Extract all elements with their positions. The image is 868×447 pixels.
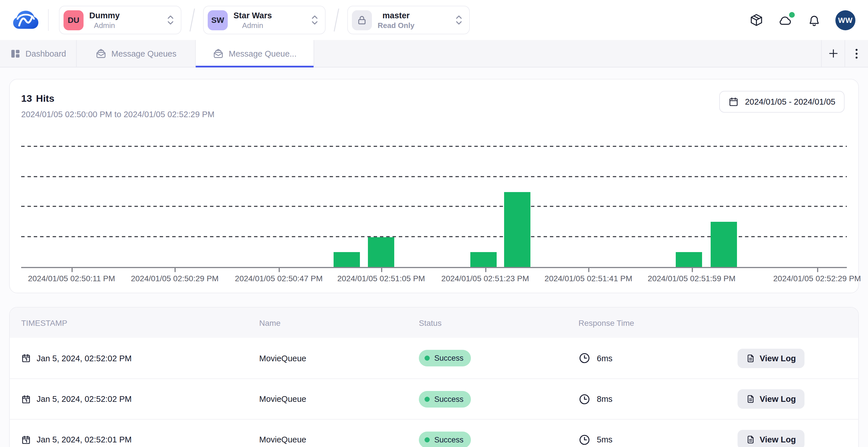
calendar-icon (21, 394, 31, 404)
table-body: Jan 5, 2024, 02:52:02 PM MovieQueue Succ… (10, 338, 858, 447)
document-icon (746, 353, 755, 363)
status-dot-icon (425, 355, 430, 361)
chart-bar (470, 252, 497, 267)
x-tick (485, 268, 486, 272)
x-tick (279, 268, 280, 272)
chevron-updown-icon (167, 14, 174, 26)
table-row: Jan 5, 2024, 02:52:01 PM MovieQueue Succ… (10, 419, 858, 447)
gridline (21, 176, 847, 177)
cloud-icon[interactable] (778, 13, 793, 27)
x-tick-label: 2024/01/05 02:51:23 PM (441, 274, 529, 283)
tab-message-queue-detail[interactable]: Message Queue... (196, 40, 314, 67)
col-header-timestamp: TIMESTAMP (21, 318, 259, 327)
org-name: Dummy (89, 10, 120, 20)
x-tick (175, 268, 176, 272)
status-label: Success (434, 435, 463, 444)
cloud-logo[interactable] (12, 8, 39, 31)
timestamp-cell: Jan 5, 2024, 02:52:02 PM (21, 394, 259, 404)
plus-icon (828, 48, 838, 58)
response-time-value: 6ms (597, 353, 613, 363)
document-icon (746, 435, 755, 444)
branch-access: Read Only (378, 21, 414, 29)
top-header: DU Dummy Admin SW Star Wars Admin (0, 0, 868, 40)
gridline (21, 206, 847, 207)
hits-label: Hits (36, 93, 54, 105)
notification-dot (789, 12, 795, 18)
branch-name: master (378, 10, 414, 20)
header-divider (48, 9, 49, 31)
timestamp-value: Jan 5, 2024, 02:52:01 PM (37, 435, 132, 444)
col-header-response-time: Response Time (579, 318, 847, 327)
table-row: Jan 5, 2024, 02:52:02 PM MovieQueue Succ… (10, 378, 858, 419)
bell-icon[interactable] (807, 13, 821, 27)
view-log-label: View Log (760, 435, 796, 444)
view-log-button[interactable]: View Log (737, 348, 805, 368)
date-range-button[interactable]: 2024/01/05 - 2024/01/05 (719, 91, 844, 113)
calendar-icon (728, 97, 739, 107)
x-tick (588, 268, 590, 272)
response-time-value: 8ms (597, 394, 613, 404)
response-time-cell: 6ms (579, 352, 737, 364)
project-name: Star Wars (234, 10, 272, 20)
status-label: Success (434, 354, 463, 363)
queue-name: MovieQueue (259, 394, 419, 404)
x-tick-label: 2024/01/05 02:50:11 PM (28, 274, 115, 283)
x-tick-label: 2024/01/05 02:50:29 PM (131, 274, 219, 283)
view-log-label: View Log (760, 394, 796, 404)
x-tick-label: 2024/01/05 02:51:59 PM (648, 274, 736, 283)
tab-message-queues[interactable]: Message Queues (77, 40, 196, 67)
timestamp-value: Jan 5, 2024, 02:52:02 PM (37, 353, 132, 363)
hits-count: 13 (21, 93, 32, 105)
queue-name: MovieQueue (259, 353, 419, 363)
view-log-button[interactable]: View Log (737, 389, 805, 409)
date-range-label: 2024/01/05 - 2024/01/05 (745, 97, 835, 106)
kebab-menu-icon (856, 48, 858, 59)
package-icon[interactable] (749, 13, 763, 27)
x-tick (381, 268, 382, 272)
view-log-label: View Log (760, 353, 796, 363)
chart-x-axis: 2024/01/05 02:50:11 PM2024/01/05 02:50:2… (21, 268, 847, 285)
inbox-icon (95, 48, 106, 59)
project-selector[interactable]: SW Star Wars Admin (203, 6, 326, 34)
x-tick (817, 268, 818, 272)
tab-menu-button[interactable] (844, 40, 868, 67)
tab-dashboard[interactable]: Dashboard (0, 40, 77, 67)
response-time-cell: 8ms (579, 393, 737, 405)
status-badge: Success (419, 431, 471, 447)
response-time-cell: 5ms (579, 434, 737, 446)
timestamp-cell: Jan 5, 2024, 02:52:01 PM (21, 435, 259, 444)
project-role: Admin (234, 21, 272, 29)
org-role: Admin (89, 21, 120, 29)
chart-bar (711, 222, 737, 267)
table-row: Jan 5, 2024, 02:52:02 PM MovieQueue Succ… (10, 338, 858, 378)
x-tick-label: 2024/01/05 02:50:47 PM (235, 274, 323, 283)
col-header-name: Name (259, 318, 419, 327)
chart-bar (333, 252, 360, 267)
timestamp-cell: Jan 5, 2024, 02:52:02 PM (21, 353, 259, 363)
branch-selector[interactable]: master Read Only (347, 6, 470, 34)
document-icon (746, 394, 755, 404)
breadcrumb-slash (333, 7, 340, 33)
clock-icon (579, 434, 590, 446)
chart-bar (676, 252, 702, 267)
tab-bar-spacer (314, 40, 821, 67)
hits-chart-card: 13 Hits 2024/01/05 02:50:00 PM to 2024/0… (9, 79, 859, 293)
chart-bar (504, 192, 530, 267)
x-tick (691, 268, 693, 272)
new-tab-button[interactable] (821, 40, 844, 67)
view-log-button[interactable]: View Log (737, 430, 805, 447)
clock-icon (579, 393, 590, 405)
tab-label: Dashboard (26, 49, 66, 58)
clock-icon (579, 352, 590, 364)
breadcrumb-slash (189, 7, 196, 33)
queue-name: MovieQueue (259, 435, 419, 444)
user-avatar[interactable]: WW (835, 10, 856, 30)
chart-plot (21, 133, 847, 268)
x-tick-label: 2024/01/05 02:51:41 PM (545, 274, 632, 283)
tab-label: Message Queues (111, 49, 176, 58)
x-tick-label: 2024/01/05 02:51:05 PM (337, 274, 425, 283)
chart-bar (368, 237, 394, 267)
calendar-icon (21, 435, 31, 444)
status-dot-icon (425, 437, 430, 442)
org-selector[interactable]: DU Dummy Admin (59, 6, 181, 34)
